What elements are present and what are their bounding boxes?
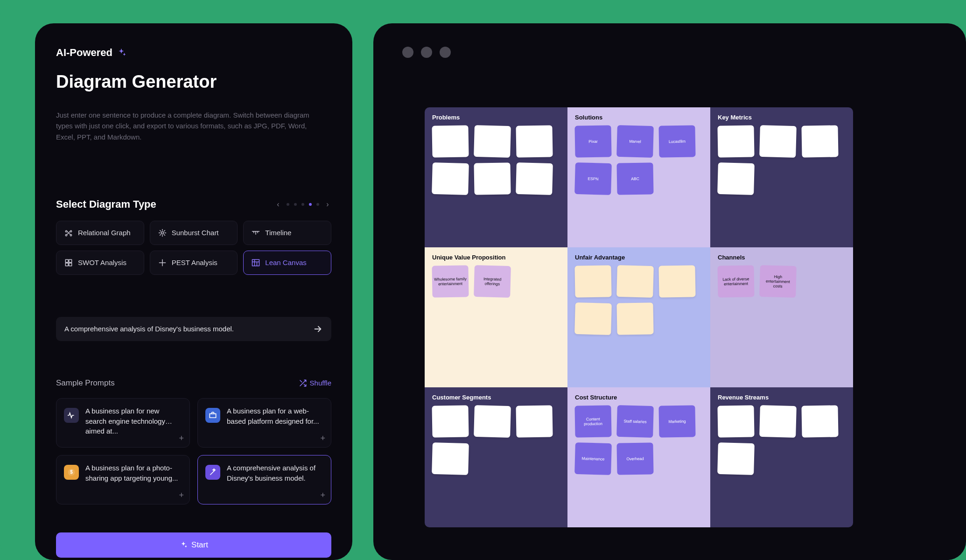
sticky-note[interactable] (616, 302, 653, 335)
add-icon[interactable]: + (179, 490, 184, 500)
sticky-note[interactable]: Lack of diverse entertainment (717, 265, 754, 297)
pager-next-icon[interactable]: › (324, 200, 331, 209)
shuffle-label: Shuffle (310, 379, 331, 387)
sticky-note[interactable]: ABC (616, 162, 653, 195)
pager-dot[interactable] (287, 203, 289, 206)
grid-icon (64, 258, 73, 267)
briefcase-icon (205, 408, 220, 423)
page-title: Diagram Generator (56, 72, 331, 92)
cell-title: Solutions (575, 114, 703, 121)
sticky-note[interactable]: Marvel (616, 125, 654, 158)
sticky-note[interactable]: Overhead (616, 442, 653, 475)
canvas-cell-customer-segments: Customer Segments (425, 387, 567, 527)
graph-icon (64, 228, 73, 238)
sticky-note[interactable] (574, 265, 611, 297)
canvas-cell-revenue-streams: Revenue Streams (710, 387, 853, 527)
submit-arrow-icon[interactable] (313, 324, 323, 334)
diagram-type-pest-analysis[interactable]: PEST Analysis (150, 251, 238, 275)
pager-dot[interactable] (316, 203, 319, 206)
cell-title: Revenue Streams (718, 394, 846, 401)
sticky-note[interactable]: Maintenance (574, 442, 612, 475)
dollar-icon: $ (64, 465, 79, 480)
pager-dot[interactable] (294, 203, 297, 206)
sticky-note[interactable] (516, 405, 553, 437)
cell-title: Unique Value Proposition (432, 254, 560, 261)
sticky-note[interactable]: ESPN (574, 162, 612, 195)
sticky-note[interactable] (717, 442, 755, 475)
sample-text: A business plan for a photo-sharing app … (85, 463, 182, 498)
sticky-note[interactable] (574, 302, 612, 335)
sticky-note[interactable]: Content production (574, 405, 611, 437)
pulse-icon (64, 408, 79, 423)
ai-powered-badge: AI-Powered (56, 47, 331, 59)
sticky-note[interactable] (759, 405, 797, 438)
sticky-note[interactable] (616, 265, 654, 298)
cell-title: Problems (432, 114, 560, 121)
pager-prev-icon[interactable]: ‹ (274, 200, 282, 209)
sticky-note[interactable] (717, 125, 754, 157)
sticky-note[interactable] (717, 162, 755, 195)
cell-title: Channels (718, 254, 846, 261)
prompt-input[interactable]: A comprehensive analysis of Disney's bus… (56, 317, 331, 341)
prompt-text: A comprehensive analysis of Disney's bus… (64, 325, 234, 333)
type-pager: ‹ › (274, 200, 331, 209)
sticky-note[interactable]: Pixar (574, 125, 611, 157)
type-label: SWOT Analysis (78, 259, 126, 266)
sticky-note[interactable] (516, 162, 553, 195)
cell-title: Cost Structure (575, 394, 703, 401)
sparkle-icon (179, 541, 188, 549)
type-label: PEST Analysis (172, 259, 217, 266)
page-description: Just enter one sentence to produce a com… (56, 110, 322, 142)
sticky-note[interactable] (432, 162, 469, 195)
pager-dot[interactable] (309, 203, 312, 206)
canvas-cell-problems: Problems (425, 107, 567, 247)
sample-prompt-card[interactable]: A comprehensive analysis of Disney's bus… (197, 455, 331, 504)
wand-icon (205, 465, 220, 480)
add-icon[interactable]: + (179, 434, 184, 443)
sample-prompts-label: Sample Prompts (56, 378, 115, 388)
sticky-note[interactable] (801, 125, 838, 157)
cell-title: Key Metrics (718, 114, 846, 121)
sticky-note[interactable] (432, 442, 469, 475)
sample-prompt-card[interactable]: A business plan for a web-based platform… (197, 398, 331, 448)
sticky-note[interactable]: Integrated offerings (474, 265, 511, 298)
pager-dot[interactable] (301, 203, 304, 206)
sticky-note[interactable] (516, 125, 553, 157)
sticky-note[interactable] (759, 125, 797, 158)
sticky-note[interactable] (432, 125, 469, 157)
sticky-note[interactable] (474, 125, 511, 158)
sticky-note[interactable]: Wholesome family entertainment (432, 265, 469, 297)
sample-prompt-card[interactable]: A business plan for new search engine te… (56, 398, 190, 448)
type-label: Relational Graph (78, 229, 131, 237)
diagram-type-swot-analysis[interactable]: SWOT Analysis (56, 251, 144, 275)
sticky-note[interactable]: High entertainment costs (759, 265, 797, 298)
sticky-note[interactable]: Staff salaries (616, 405, 654, 438)
plus-cross-icon (158, 258, 167, 267)
sticky-note[interactable] (801, 405, 838, 437)
sticky-note[interactable] (658, 265, 695, 297)
diagram-type-sunburst-chart[interactable]: Sunburst Chart (150, 221, 238, 245)
diagram-type-lean-canvas[interactable]: Lean Canvas (243, 251, 331, 275)
start-button[interactable]: Start (56, 532, 331, 558)
sticky-note[interactable] (717, 405, 754, 437)
canvas-cell-solutions: SolutionsPixarMarvelLucasfilmESPNABC (567, 107, 710, 247)
type-label: Timeline (265, 229, 291, 237)
lean-canvas: ProblemsSolutionsPixarMarvelLucasfilmESP… (425, 107, 853, 527)
sticky-note[interactable]: Marketing (658, 405, 695, 437)
add-icon[interactable]: + (320, 434, 325, 443)
sticky-note[interactable]: Lucasfilm (658, 125, 695, 157)
traffic-dot-icon (402, 47, 413, 58)
canvas-cell-cost-structure: Cost StructureContent productionStaff sa… (567, 387, 710, 527)
preview-window: ProblemsSolutionsPixarMarvelLucasfilmESP… (373, 23, 966, 560)
add-icon[interactable]: + (320, 490, 325, 500)
sample-text: A business plan for new search engine te… (85, 406, 182, 441)
sample-prompt-card[interactable]: $A business plan for a photo-sharing app… (56, 455, 190, 504)
canvas-cell-unfair-advantage: Unfair Advantage (567, 247, 710, 387)
sticky-note[interactable] (432, 405, 469, 437)
sticky-note[interactable] (474, 405, 511, 438)
diagram-type-timeline[interactable]: Timeline (243, 221, 331, 245)
generator-panel: AI-Powered Diagram Generator Just enter … (35, 23, 352, 560)
shuffle-button[interactable]: Shuffle (299, 379, 331, 387)
sticky-note[interactable] (474, 162, 511, 195)
diagram-type-relational-graph[interactable]: Relational Graph (56, 221, 144, 245)
